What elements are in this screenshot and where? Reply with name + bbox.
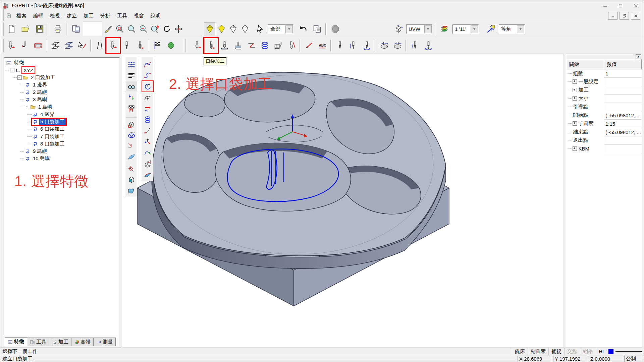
chamfer[interactable] [126,163,137,174]
feature-toolpath[interactable] [4,38,18,53]
reverse-curve[interactable] [142,125,153,136]
auto-chain[interactable] [142,81,153,92]
prop-row-結束點[interactable]: 結束點( -55.098012, ... [567,128,642,136]
tree-item-2 口袋加工[interactable]: 2 口袋加工 [4,74,119,81]
verify[interactable] [164,38,177,53]
status-toggle-網格[interactable]: 網格 [580,348,596,355]
menu-編輯[interactable]: 編輯 [30,11,47,20]
tree-item-1 島嶼[interactable]: 1 島嶼 [4,103,119,111]
chevron-down-icon[interactable] [471,25,478,33]
corner-fillet[interactable] [126,141,137,152]
tab-特徵[interactable]: 特徵 [5,337,27,346]
z-level-milling[interactable] [245,38,258,53]
rest-milling[interactable] [271,38,285,53]
print[interactable] [51,22,65,36]
drill-feature[interactable] [120,38,133,53]
expand-toggle[interactable] [10,68,14,72]
machine-setup[interactable] [126,103,137,114]
surface-feature[interactable] [62,38,75,53]
prop-value[interactable] [604,103,642,111]
maximize-button[interactable] [613,0,628,11]
expand-toggle[interactable] [573,146,577,151]
wrap-drilling-1[interactable] [408,38,422,53]
tree-item-10 島嶼[interactable]: 10 島嶼 [4,155,119,162]
mdi-minimize-button[interactable] [608,12,618,20]
tree-item-3 島嶼[interactable]: 3 島嶼 [4,96,119,103]
tree-item-8 口袋加工[interactable]: 8 口袋加工 [4,140,119,147]
menu-工具[interactable]: 工具 [114,11,130,20]
stock-feature[interactable] [31,38,45,53]
close-button[interactable] [628,0,644,11]
simulation[interactable] [151,38,164,53]
new-file[interactable] [4,22,18,36]
prop-row-開始點[interactable]: 開始點( -55.098012, ... [567,111,642,120]
expand-toggle[interactable] [573,88,577,92]
chevron-down-icon[interactable] [424,25,432,33]
save-file[interactable] [33,22,47,36]
free-curve[interactable] [142,70,153,81]
tree-item-label[interactable]: 1 島嶼 [37,104,54,110]
swept-surface[interactable] [142,169,153,180]
tree-item-7 口袋加工[interactable]: 7 口袋加工 [4,133,119,140]
surface-sheet[interactable] [126,185,137,196]
contour-milling[interactable] [191,38,204,53]
prop-row-加工[interactable]: 加工 [567,86,642,95]
thread-feature[interactable] [133,38,147,53]
prop-header-value[interactable]: 數值 [604,60,642,69]
prop-value[interactable]: ( -55.098012, ... [604,128,642,136]
work-plane-icon[interactable] [391,22,405,36]
tree-item-label[interactable]: 9 島嶼 [32,148,48,155]
solid-block[interactable] [126,119,137,130]
tree-root-label[interactable]: 特徵 [13,60,25,66]
menu-grip[interactable] [1,9,4,22]
expand-toggle[interactable] [25,105,29,109]
tree-item-label[interactable]: 6 口袋加工 [39,126,66,132]
layers-icon[interactable] [437,22,451,36]
stop[interactable] [328,22,342,36]
undo[interactable] [296,22,310,36]
face-feature[interactable] [49,38,62,53]
peck-drilling[interactable] [346,38,360,53]
tree-item-label[interactable]: 1 邊界 [32,82,48,88]
prop-row-一般設定[interactable]: 一般設定 [567,78,642,86]
mask-elements[interactable] [126,59,137,70]
prop-value[interactable] [604,78,642,86]
toolbar-grip[interactable] [183,39,186,52]
tree-item-label[interactable]: XYZ [22,67,34,73]
open-file[interactable] [18,22,33,36]
menu-檔案[interactable]: 檔案 [13,11,30,20]
unfold-surface[interactable] [142,158,153,169]
prop-row-退出點[interactable]: 退出點 [567,136,642,145]
plunge-milling[interactable] [285,38,298,53]
tab-測量[interactable]: 測量 [93,338,116,346]
mdi-close-button[interactable] [631,12,640,20]
prop-value[interactable]: 1 [604,69,642,78]
tree-item-label[interactable]: 2 島嶼 [32,89,48,96]
report[interactable] [69,22,83,36]
tree-item-label[interactable]: 3 島嶼 [32,97,48,103]
tab-實體[interactable]: 實體 [71,338,94,346]
tree-item-label[interactable]: 8 口袋加工 [39,141,66,147]
pocketing[interactable] [204,38,218,53]
status-toggle-捕捉[interactable]: 捕捉 [548,348,564,355]
tree-item-6 口袋加工[interactable]: 6 口袋加工 [4,125,119,133]
redraw[interactable] [102,22,114,36]
tree-item-5 口袋加工[interactable]: 5 口袋加工 [4,118,119,125]
minimize-button[interactable] [597,0,613,11]
zoom-out[interactable] [138,22,149,36]
pocket-feature[interactable] [106,38,120,53]
menu-分析[interactable]: 分析 [97,11,114,20]
expand-toggle[interactable] [17,75,22,80]
tree-item-2 島嶼[interactable]: 2 島嶼 [4,88,119,96]
shaded-view[interactable] [204,22,216,36]
list-elements[interactable] [126,70,137,81]
rotate-view[interactable] [161,22,173,36]
prop-header-key[interactable]: 關鍵 [567,60,604,69]
prop-value[interactable] [604,95,642,103]
select-tool[interactable] [253,22,267,36]
work-plane-select[interactable]: UVW [406,24,432,34]
surface-blend[interactable] [126,152,137,163]
status-toggle-副圖素[interactable]: 副圖素 [528,348,548,355]
selection-filter[interactable]: 全部 [268,24,293,34]
prop-row-子圖素[interactable]: 子圖素1:15 [567,120,642,128]
